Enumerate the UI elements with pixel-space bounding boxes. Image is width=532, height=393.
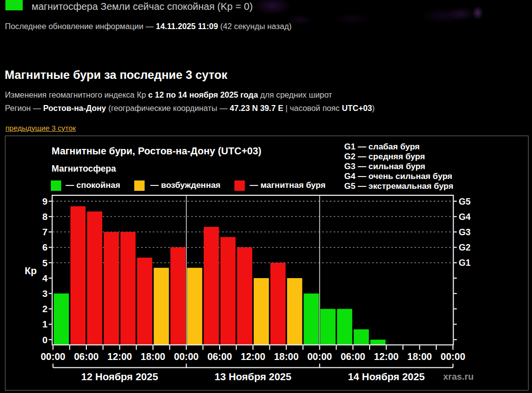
- svg-text:06:00: 06:00: [74, 351, 99, 362]
- svg-text:12:00: 12:00: [374, 351, 399, 362]
- svg-text:3: 3: [42, 288, 48, 299]
- svg-text:14 Ноября 2025: 14 Ноября 2025: [348, 371, 425, 382]
- svg-text:18:00: 18:00: [141, 351, 165, 362]
- svg-text:1: 1: [42, 319, 48, 329]
- svg-text:12:00: 12:00: [241, 351, 266, 362]
- svg-text:8: 8: [42, 212, 48, 222]
- svg-text:G5: G5: [459, 197, 471, 207]
- svg-text:G3: G3: [459, 227, 471, 237]
- svg-text:00:00: 00:00: [307, 351, 332, 362]
- svg-text:G4: G4: [459, 212, 471, 222]
- svg-text:18:00: 18:00: [274, 351, 299, 362]
- svg-text:00:00: 00:00: [40, 351, 65, 362]
- svg-text:12 Ноября 2025: 12 Ноября 2025: [81, 371, 158, 382]
- svg-text:06:00: 06:00: [207, 351, 232, 362]
- svg-text:2: 2: [42, 304, 48, 314]
- svg-text:00:00: 00:00: [174, 351, 199, 362]
- svg-text:13 Ноября 2025: 13 Ноября 2025: [215, 371, 292, 382]
- svg-text:9: 9: [42, 196, 48, 207]
- svg-text:5: 5: [42, 258, 48, 268]
- svg-text:6: 6: [42, 242, 48, 252]
- svg-text:00:00: 00:00: [441, 351, 465, 362]
- svg-text:12:00: 12:00: [108, 351, 132, 362]
- svg-text:Кр: Кр: [25, 265, 37, 276]
- svg-text:4: 4: [42, 273, 48, 284]
- svg-text:0: 0: [42, 335, 48, 345]
- svg-text:7: 7: [42, 227, 48, 237]
- svg-text:G2: G2: [459, 243, 471, 252]
- svg-text:18:00: 18:00: [407, 351, 432, 362]
- svg-text:G1: G1: [459, 258, 471, 268]
- svg-text:06:00: 06:00: [341, 351, 365, 362]
